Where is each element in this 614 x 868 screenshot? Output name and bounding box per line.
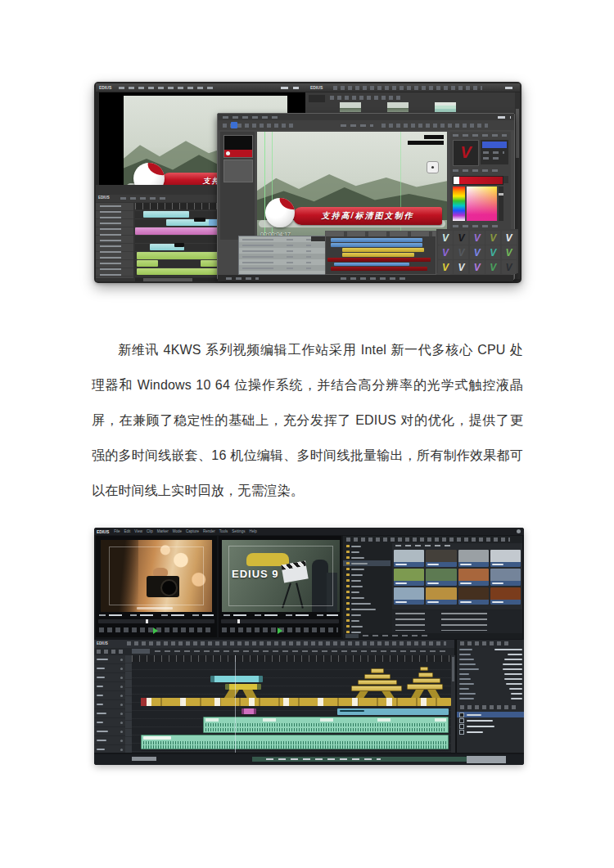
bin-folder-row[interactable] xyxy=(343,578,391,583)
v-logo-template[interactable]: V xyxy=(438,245,453,259)
title-canvas[interactable]: 支持高/标清图文制作 00:00:04:17 xyxy=(257,132,447,238)
effect-row[interactable] xyxy=(457,729,524,735)
v-logo-template[interactable]: V xyxy=(502,231,517,245)
v-logo-template[interactable]: V xyxy=(470,231,485,245)
bin-clip-thumbnail[interactable] xyxy=(394,550,424,567)
selection-tool-active-icon[interactable] xyxy=(231,122,237,128)
bin-folder-row[interactable] xyxy=(343,555,391,560)
font-dropdown[interactable] xyxy=(341,124,373,127)
v-logo-template[interactable]: V xyxy=(454,260,468,274)
bin-folder-row[interactable] xyxy=(343,612,391,618)
track-header-row[interactable] xyxy=(94,664,125,673)
timeline-toolbar-icons[interactable] xyxy=(127,641,446,645)
track-header-row[interactable] xyxy=(94,718,125,727)
menu-item[interactable]: View xyxy=(134,528,142,535)
source-scrub-bar[interactable] xyxy=(98,619,214,623)
menu-item[interactable]: File xyxy=(114,528,120,535)
v-logo-template[interactable]: V xyxy=(502,245,517,259)
bar-yellow-2[interactable] xyxy=(342,253,414,257)
menu-item[interactable]: Capture xyxy=(186,528,199,535)
pyramid2-level1[interactable] xyxy=(418,672,433,677)
menu-item[interactable]: Settings xyxy=(232,528,245,535)
title-clip-pink[interactable] xyxy=(242,708,256,714)
menu-item[interactable]: Edit xyxy=(124,528,131,535)
bin-folder-row[interactable] xyxy=(343,623,391,629)
toolbar-icons[interactable] xyxy=(333,86,482,90)
v-logo-template[interactable]: V xyxy=(485,245,500,259)
v-logo-template[interactable]: V xyxy=(438,231,453,245)
track-header-column[interactable] xyxy=(96,203,133,278)
audio-clip-green-2[interactable] xyxy=(137,260,158,267)
pyramid1-level1[interactable] xyxy=(371,668,384,673)
pyramid2-chip[interactable] xyxy=(420,667,428,671)
bin-clip-thumbnail[interactable] xyxy=(394,569,424,586)
color-swatch-column[interactable] xyxy=(453,187,465,221)
nested-timeline-panel[interactable] xyxy=(325,231,436,275)
bin-folder-row[interactable] xyxy=(343,549,391,555)
bin-tabs-dash[interactable] xyxy=(363,635,428,636)
track-mute-dot[interactable] xyxy=(120,713,123,715)
bin-clip-thumbnail[interactable] xyxy=(458,550,489,567)
bin-clip-thumbnail[interactable] xyxy=(458,587,489,605)
v-logo-template[interactable]: V xyxy=(454,231,468,245)
sequence-tab[interactable] xyxy=(132,649,150,654)
track-mute-dot[interactable] xyxy=(120,731,123,733)
nested-clip-yellow[interactable] xyxy=(225,684,261,690)
bin-clip-thumbnail[interactable] xyxy=(490,550,521,567)
bin-toolbar-icons[interactable] xyxy=(346,537,510,542)
timeline-playhead[interactable] xyxy=(235,655,236,753)
audio-clip-group-2[interactable] xyxy=(141,735,449,749)
pyramid1-level4[interactable] xyxy=(351,686,402,691)
menu-item[interactable]: Render xyxy=(203,528,215,535)
bar-blue-3[interactable] xyxy=(334,263,409,266)
vscrollbar-thumb[interactable] xyxy=(452,657,454,681)
bin-thumbnail-3[interactable] xyxy=(435,102,456,112)
window-buttons[interactable] xyxy=(281,87,299,89)
track-header-row[interactable] xyxy=(94,700,125,709)
record-scrub-bar[interactable] xyxy=(221,619,339,623)
menu-item[interactable]: Clip xyxy=(147,528,153,535)
bin-clip-thumbnail[interactable] xyxy=(426,587,456,605)
color-buttons-row[interactable] xyxy=(453,225,500,227)
template-thumb-empty[interactable] xyxy=(223,160,253,182)
track-mute-dot[interactable] xyxy=(120,659,123,661)
bin-clip-thumbnail[interactable] xyxy=(490,587,521,605)
pyramid1-level2[interactable] xyxy=(364,674,391,679)
long-clip-cyan[interactable] xyxy=(337,708,449,715)
title-editor-titlebar[interactable] xyxy=(218,114,514,120)
checkbox-icon[interactable] xyxy=(459,724,464,729)
effect-row[interactable] xyxy=(457,712,524,717)
template-thumb-selected[interactable] xyxy=(223,135,253,158)
menu-item[interactable]: Mode xyxy=(173,528,182,535)
bar-blue-2[interactable] xyxy=(331,243,422,247)
bin-thumbnail-2[interactable] xyxy=(387,102,409,112)
bin-folder-row[interactable] xyxy=(343,589,391,595)
effect-row[interactable] xyxy=(457,723,524,729)
bar-blue-1[interactable] xyxy=(331,238,422,242)
play-icon[interactable] xyxy=(278,627,282,634)
layer-list-palette[interactable] xyxy=(238,236,327,275)
track-mute-dot[interactable] xyxy=(120,704,123,706)
tool-icons-right[interactable] xyxy=(381,124,488,128)
menu-item[interactable]: Marker xyxy=(157,528,169,535)
track-button-strip[interactable] xyxy=(125,655,132,753)
window-control-icon[interactable] xyxy=(517,529,521,533)
color-section-tabs[interactable] xyxy=(453,169,502,172)
target-button[interactable] xyxy=(427,161,439,173)
v-logo-template[interactable]: V xyxy=(438,260,453,274)
properties-tabs[interactable] xyxy=(453,134,507,137)
track-header-row[interactable] xyxy=(94,709,125,718)
bin-clip-thumbnail[interactable] xyxy=(458,569,489,586)
color-saturation-square[interactable] xyxy=(467,187,497,221)
color-slider-thumb[interactable] xyxy=(499,193,503,196)
scrollbar-thumb[interactable] xyxy=(516,109,519,158)
play-icon[interactable] xyxy=(153,627,158,634)
window-close-icon[interactable] xyxy=(505,87,517,89)
bin-folder-row[interactable] xyxy=(343,600,391,606)
info-panel-icons[interactable] xyxy=(460,641,509,645)
timeline-ruler[interactable] xyxy=(132,655,451,662)
bin-folder-row[interactable] xyxy=(343,595,391,600)
bin-clip-thumbnail[interactable] xyxy=(490,569,521,586)
timeline-buttons-dash[interactable] xyxy=(155,650,446,652)
bin-clip-thumbnail[interactable] xyxy=(394,587,424,605)
